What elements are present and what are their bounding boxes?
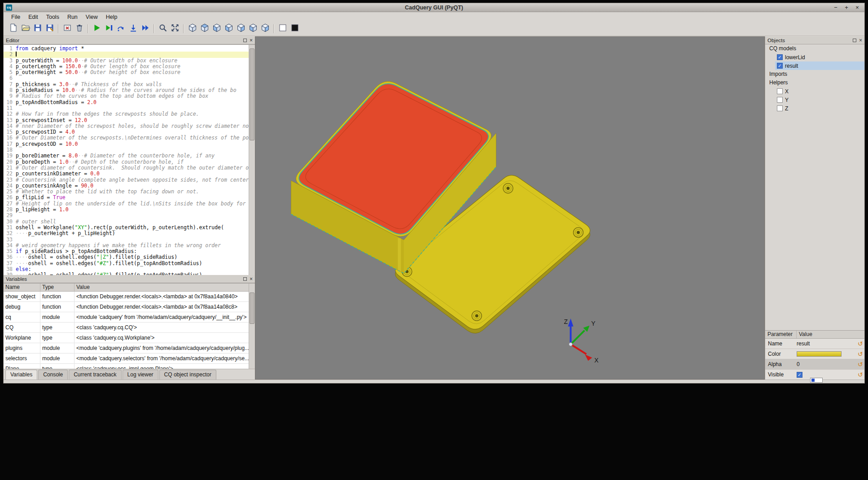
view-back-button[interactable] — [259, 23, 271, 35]
menu-edit[interactable]: Edit — [24, 13, 42, 21]
reset-icon[interactable]: ↺ — [856, 361, 864, 368]
step-over-button[interactable] — [115, 23, 127, 35]
variable-row[interactable]: selectorsmodule<module 'cadquery.selecto… — [4, 353, 255, 364]
code-line[interactable]: 9# Radius for the curves on the top and … — [4, 93, 249, 99]
code-line[interactable]: 3p_outerWidth = 100.0··# Outer width of … — [4, 58, 249, 64]
variables-column-name[interactable]: Name — [4, 284, 40, 291]
menu-run[interactable]: Run — [63, 13, 82, 21]
view-right-button[interactable] — [235, 23, 247, 35]
tab-current-traceback[interactable]: Current traceback — [69, 370, 121, 380]
code-area[interactable]: 1from cadquery import *23p_outerWidth = … — [4, 46, 249, 275]
clear-button[interactable] — [61, 23, 73, 35]
code-line[interactable]: 28p_lipHeight = 1.0 — [4, 207, 249, 213]
fit-all-button[interactable] — [169, 23, 181, 35]
3d-scene[interactable]: Z Y X — [255, 37, 764, 379]
save-as-button[interactable] — [44, 23, 56, 35]
visibility-checkbox[interactable]: ✓ — [777, 54, 783, 60]
param-row-alpha[interactable]: Alpha0↺ — [765, 359, 864, 370]
save-button[interactable] — [31, 23, 44, 35]
editor-scrollbar-thumb[interactable] — [250, 48, 254, 140]
code-line[interactable]: 34# weird geometry happens if we make th… — [4, 243, 249, 249]
menu-view[interactable]: View — [82, 13, 102, 21]
3d-viewport[interactable]: Z Y X — [255, 36, 765, 380]
code-line[interactable]: 36····oshell = oshell.edges("|Z").fillet… — [4, 254, 249, 260]
code-line[interactable]: 4p_outerLength = 150.0·# Outer length of… — [4, 64, 249, 70]
code-line[interactable]: 24p_countersinkAngle = 90.0 — [4, 183, 249, 189]
menu-tools[interactable]: Tools — [42, 13, 63, 21]
code-line[interactable]: 25# Whether to place the lid with the to… — [4, 189, 249, 195]
param-row-name[interactable]: Nameresult↺ — [765, 339, 864, 349]
close-panel-icon[interactable]: × — [250, 276, 253, 282]
reset-icon[interactable]: ↺ — [856, 340, 864, 347]
menu-file[interactable]: File — [7, 13, 24, 21]
debug-button[interactable] — [103, 23, 115, 35]
code-line[interactable]: 17p_screwpostOD = 10.0 — [4, 141, 249, 147]
minimize-button[interactable]: − — [833, 4, 838, 11]
variable-row[interactable]: Workplanetype<class 'cadquery.cq.Workpla… — [4, 333, 255, 343]
code-line[interactable]: 2 — [4, 52, 249, 57]
tab-variables[interactable]: Variables — [5, 370, 37, 380]
open-button[interactable] — [19, 23, 31, 35]
code-line[interactable]: 13p_screwpostInset = 12.0 — [4, 118, 249, 123]
tree-item-y[interactable]: Y — [775, 96, 864, 104]
code-line[interactable]: 5p_outerHeight = 50.0··# Outer height of… — [4, 70, 249, 75]
float-panel-icon[interactable] — [853, 39, 856, 42]
view-iso-button[interactable] — [186, 23, 198, 35]
tree-group-cq-models[interactable]: CQ models — [765, 44, 864, 53]
view-left-button[interactable] — [223, 23, 235, 35]
new-button[interactable] — [7, 23, 19, 35]
code-line[interactable]: 19p_boreDiameter = 8.0··# Diameter of th… — [4, 153, 249, 159]
code-line[interactable]: 31oshell = Workplane("XY").rect(p_outerW… — [4, 225, 249, 231]
code-line[interactable]: 6 — [4, 75, 249, 81]
code-line[interactable]: 15p_screwpostID = 4.0 — [4, 129, 249, 135]
tab-cq-object-inspector[interactable]: CQ object inspector — [159, 370, 216, 380]
bg-black-button[interactable] — [289, 23, 301, 35]
view-top-button[interactable] — [198, 23, 210, 35]
visibility-checkbox[interactable] — [777, 105, 783, 111]
bg-white-button[interactable] — [276, 23, 289, 35]
editor-scrollbar[interactable] — [249, 45, 255, 275]
tree-item-result[interactable]: ✓result — [775, 61, 864, 70]
code-line[interactable]: 10p_topAndBottomRadius = 2.0 — [4, 100, 249, 105]
code-line[interactable]: 37····oshell = oshell.edges("#Z").fillet… — [4, 261, 249, 266]
variables-column-value[interactable]: Value — [75, 284, 255, 291]
visibility-checkbox[interactable]: ✓ — [797, 372, 802, 378]
tree-item-lowerlid[interactable]: ✓lowerLid — [775, 53, 864, 61]
run-button[interactable] — [91, 23, 103, 35]
zoom-button[interactable] — [157, 23, 169, 35]
maximize-button[interactable]: + — [844, 4, 849, 11]
reset-icon[interactable]: ↺ — [856, 371, 864, 378]
code-line[interactable]: 35if p_sideRadius > p_topAndBottomRadius… — [4, 249, 249, 254]
code-line[interactable]: 22p_countersinkDiameter = 0.0 — [4, 171, 249, 177]
variable-row[interactable]: CQtype<class 'cadquery.cq.CQ'> — [4, 323, 255, 333]
step-into-button[interactable] — [127, 23, 139, 35]
variable-row[interactable]: show_objectfunction<function Debugger.re… — [4, 292, 255, 302]
code-line[interactable]: 27# Height of lip on the underside of th… — [4, 201, 249, 207]
reset-icon[interactable]: ↺ — [856, 350, 864, 358]
variable-row[interactable]: pluginsmodule<module 'cadquery.plugins' … — [4, 343, 255, 353]
code-line[interactable]: 23# Countersink angle (complete angle be… — [4, 177, 249, 183]
tree-item-z[interactable]: Z — [775, 104, 864, 113]
view-bottom-button[interactable] — [210, 23, 223, 35]
parameter-column-parameter[interactable]: Parameter — [765, 331, 797, 338]
param-row-color[interactable]: Color↺ — [765, 349, 864, 359]
code-line[interactable]: 26p_flipLid = True — [4, 195, 249, 201]
titlebar[interactable]: cq CadQuery GUI (PyQT) − + × — [4, 3, 864, 12]
code-line[interactable]: 11 — [4, 105, 249, 111]
code-line[interactable]: 38else: — [4, 266, 249, 272]
variables-scrollbar-thumb[interactable] — [250, 292, 254, 324]
view-front-button[interactable] — [247, 23, 259, 35]
tree-group-helpers[interactable]: Helpers — [765, 79, 864, 87]
code-line[interactable]: 16# Outer Diameter of the screwposts.\nD… — [4, 135, 249, 141]
continue-button[interactable] — [139, 23, 151, 35]
code-line[interactable]: 12# How far in from the edges the screwp… — [4, 111, 249, 117]
code-line[interactable]: 20p_boreDepth = 1.0··# Depth of the coun… — [4, 159, 249, 165]
close-button[interactable]: × — [855, 4, 860, 11]
delete-button[interactable] — [73, 23, 85, 35]
parameter-column-value[interactable]: Value — [797, 331, 864, 338]
code-line[interactable]: 14# nner Diameter of the screwpost holes… — [4, 123, 249, 129]
code-line[interactable]: 33 — [4, 237, 249, 243]
color-swatch[interactable] — [797, 351, 842, 357]
visibility-checkbox[interactable] — [777, 88, 783, 94]
code-line[interactable]: 30# outer shell — [4, 219, 249, 225]
